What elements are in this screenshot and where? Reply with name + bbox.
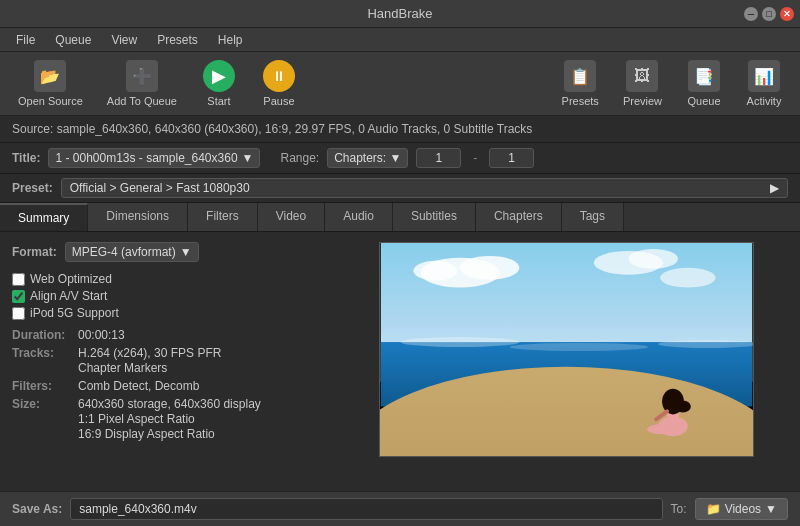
presets-label: Presets bbox=[562, 95, 599, 107]
tracks-row: Tracks: H.264 (x264), 30 FPS PFR Chapter… bbox=[12, 346, 332, 375]
tracks-value2: Chapter Markers bbox=[78, 361, 167, 375]
folder-arrow: ▼ bbox=[765, 502, 777, 516]
chapter-start[interactable]: 1 bbox=[416, 148, 461, 168]
size-row: Size: 640x360 storage, 640x360 display 1… bbox=[12, 397, 332, 441]
format-arrow: ▼ bbox=[180, 245, 192, 259]
menu-queue[interactable]: Queue bbox=[47, 31, 99, 49]
app-title: HandBrake bbox=[367, 6, 432, 21]
folder-label: Videos bbox=[725, 502, 761, 516]
queue-icon: 📑 bbox=[688, 60, 720, 92]
folder-icon: 📁 bbox=[706, 502, 721, 516]
filters-row: Filters: Comb Detect, Decomb bbox=[12, 379, 332, 393]
size-value3: 16:9 Display Aspect Ratio bbox=[78, 427, 215, 441]
duration-row: Duration: 00:00:13 bbox=[12, 328, 332, 342]
activity-label: Activity bbox=[747, 95, 782, 107]
open-source-button[interactable]: 📂 Open Source bbox=[10, 56, 91, 111]
preview-icon: 🖼 bbox=[626, 60, 658, 92]
duration-label: Duration: bbox=[12, 328, 72, 342]
title-value: 1 - 00h00m13s - sample_640x360 bbox=[55, 151, 237, 165]
preview-button[interactable]: 🖼 Preview bbox=[615, 56, 670, 111]
to-label: To: bbox=[671, 502, 687, 516]
preview-label: Preview bbox=[623, 95, 662, 107]
source-info: Source: sample_640x360, 640x360 (640x360… bbox=[0, 116, 800, 143]
format-dropdown[interactable]: MPEG-4 (avformat) ▼ bbox=[65, 242, 199, 262]
web-optimized-label: Web Optimized bbox=[30, 272, 112, 286]
folder-button[interactable]: 📁 Videos ▼ bbox=[695, 498, 788, 520]
svg-point-5 bbox=[628, 249, 678, 269]
add-queue-label: Add To Queue bbox=[107, 95, 177, 107]
tab-summary[interactable]: Summary bbox=[0, 203, 88, 231]
tab-filters[interactable]: Filters bbox=[188, 203, 258, 231]
source-text: Source: sample_640x360, 640x360 (640x360… bbox=[12, 122, 532, 136]
save-bar: Save As: To: 📁 Videos ▼ bbox=[0, 491, 800, 526]
start-button[interactable]: ▶ Start bbox=[193, 56, 245, 111]
preview-panel bbox=[344, 242, 788, 491]
tab-video[interactable]: Video bbox=[258, 203, 325, 231]
align-av-checkbox[interactable] bbox=[12, 290, 25, 303]
tab-audio[interactable]: Audio bbox=[325, 203, 393, 231]
title-dropdown-arrow: ▼ bbox=[242, 151, 254, 165]
save-as-input[interactable] bbox=[70, 498, 662, 520]
activity-icon: 📊 bbox=[748, 60, 780, 92]
start-icon: ▶ bbox=[203, 60, 235, 92]
preset-value: Official > General > Fast 1080p30 bbox=[70, 181, 250, 195]
open-source-label: Open Source bbox=[18, 95, 83, 107]
tab-bar: Summary Dimensions Filters Video Audio S… bbox=[0, 203, 800, 232]
preset-row: Preset: Official > General > Fast 1080p3… bbox=[0, 174, 800, 203]
minimize-button[interactable]: ─ bbox=[744, 7, 758, 21]
preview-image bbox=[379, 242, 754, 457]
web-optimized-row: Web Optimized bbox=[12, 272, 332, 286]
beach-svg bbox=[380, 243, 753, 456]
menu-view[interactable]: View bbox=[103, 31, 145, 49]
tracks-value: H.264 (x264), 30 FPS PFR bbox=[78, 346, 221, 360]
close-button[interactable]: ✕ bbox=[780, 7, 794, 21]
pause-label: Pause bbox=[263, 95, 294, 107]
ipod-row: iPod 5G Support bbox=[12, 306, 332, 320]
tab-dimensions[interactable]: Dimensions bbox=[88, 203, 188, 231]
toolbar: 📂 Open Source ➕ Add To Queue ▶ Start ⏸ P… bbox=[0, 52, 800, 116]
size-value: 640x360 storage, 640x360 display bbox=[78, 397, 261, 411]
align-av-label: Align A/V Start bbox=[30, 289, 107, 303]
tab-chapters[interactable]: Chapters bbox=[476, 203, 562, 231]
svg-point-6 bbox=[660, 268, 715, 288]
titlebar: HandBrake ─ □ ✕ bbox=[0, 0, 800, 28]
size-value2: 1:1 Pixel Aspect Ratio bbox=[78, 412, 195, 426]
presets-button[interactable]: 📋 Presets bbox=[554, 56, 607, 111]
align-av-row: Align A/V Start bbox=[12, 289, 332, 303]
save-as-label: Save As: bbox=[12, 502, 62, 516]
preset-arrow: ▶ bbox=[770, 181, 779, 195]
chapter-dash: - bbox=[469, 151, 481, 165]
main-content: Format: MPEG-4 (avformat) ▼ Web Optimize… bbox=[0, 232, 800, 501]
web-optimized-checkbox[interactable] bbox=[12, 273, 25, 286]
svg-point-8 bbox=[400, 337, 519, 347]
range-arrow: ▼ bbox=[390, 151, 402, 165]
tab-subtitles[interactable]: Subtitles bbox=[393, 203, 476, 231]
chapter-end[interactable]: 1 bbox=[489, 148, 534, 168]
menu-presets[interactable]: Presets bbox=[149, 31, 206, 49]
preset-dropdown[interactable]: Official > General > Fast 1080p30 ▶ bbox=[61, 178, 788, 198]
menu-file[interactable]: File bbox=[8, 31, 43, 49]
tab-tags[interactable]: Tags bbox=[562, 203, 624, 231]
duration-value: 00:00:13 bbox=[78, 328, 125, 342]
ipod-checkbox[interactable] bbox=[12, 307, 25, 320]
title-row: Title: 1 - 00h00m13s - sample_640x360 ▼ … bbox=[0, 143, 800, 174]
pause-icon: ⏸ bbox=[263, 60, 295, 92]
pause-button[interactable]: ⏸ Pause bbox=[253, 56, 305, 111]
start-label: Start bbox=[207, 95, 230, 107]
title-dropdown[interactable]: 1 - 00h00m13s - sample_640x360 ▼ bbox=[48, 148, 260, 168]
add-to-queue-button[interactable]: ➕ Add To Queue bbox=[99, 56, 185, 111]
maximize-button[interactable]: □ bbox=[762, 7, 776, 21]
menubar: File Queue View Presets Help bbox=[0, 28, 800, 52]
range-dropdown[interactable]: Chapters: ▼ bbox=[327, 148, 408, 168]
queue-button[interactable]: 📑 Queue bbox=[678, 56, 730, 111]
preset-label: Preset: bbox=[12, 181, 53, 195]
queue-label: Queue bbox=[687, 95, 720, 107]
format-value: MPEG-4 (avformat) bbox=[72, 245, 176, 259]
range-value: Chapters: bbox=[334, 151, 386, 165]
filters-label: Filters: bbox=[12, 379, 72, 393]
menu-help[interactable]: Help bbox=[210, 31, 251, 49]
svg-point-2 bbox=[460, 256, 519, 280]
presets-icon: 📋 bbox=[564, 60, 596, 92]
activity-button[interactable]: 📊 Activity bbox=[738, 56, 790, 111]
filters-value: Comb Detect, Decomb bbox=[78, 379, 199, 393]
